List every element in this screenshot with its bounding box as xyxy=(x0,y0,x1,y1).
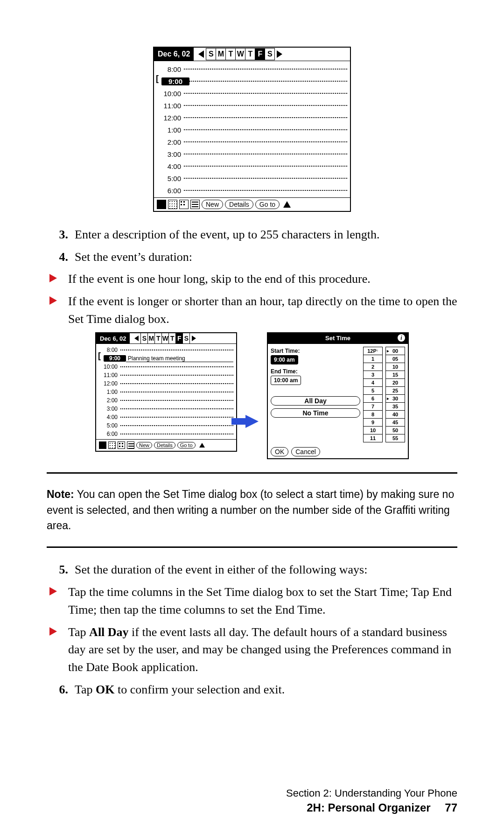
hour-10[interactable]: 10:00 xyxy=(99,364,120,370)
minute-option[interactable]: 55 xyxy=(386,434,405,442)
view-day-icon[interactable] xyxy=(157,200,166,209)
hour-slot[interactable] xyxy=(120,375,233,376)
view-month-icon[interactable] xyxy=(118,441,125,449)
hour-8[interactable]: 8:00 xyxy=(157,65,184,73)
new-button[interactable]: New xyxy=(202,200,223,209)
hours-column[interactable]: 12P↑ 1 2 3 4 5 6 7 8 9 10 11 xyxy=(363,347,383,442)
day-mon[interactable]: M xyxy=(148,333,155,343)
view-agenda-icon[interactable] xyxy=(127,441,134,449)
goto-button[interactable]: Go to xyxy=(177,442,196,448)
minute-option[interactable]: 30 xyxy=(386,395,405,403)
prev-week-icon[interactable] xyxy=(134,336,139,341)
cancel-button[interactable]: Cancel xyxy=(291,447,320,456)
minute-option[interactable]: 40 xyxy=(386,411,405,419)
hour-3[interactable]: 3:00 xyxy=(157,150,184,158)
hour-slot[interactable] xyxy=(120,350,233,350)
hour-option[interactable]: 5 xyxy=(364,387,382,395)
prev-week-icon[interactable] xyxy=(198,50,204,58)
hour-option[interactable]: 8 xyxy=(364,411,382,419)
view-week-icon[interactable] xyxy=(108,441,116,449)
hour-option[interactable]: 9 xyxy=(364,419,382,427)
minute-option[interactable]: 35 xyxy=(386,403,405,411)
scroll-up-icon[interactable] xyxy=(283,201,291,208)
hour-8[interactable]: 8:00 xyxy=(99,347,120,353)
event-description[interactable]: Planning team meeting xyxy=(126,355,233,362)
day-sun[interactable]: S xyxy=(141,333,148,343)
day-mon[interactable]: M xyxy=(216,49,226,60)
hour-6[interactable]: 6:00 xyxy=(157,187,184,195)
view-day-icon[interactable] xyxy=(99,441,106,449)
day-wed[interactable]: W xyxy=(162,333,169,343)
hour-slot[interactable] xyxy=(120,417,233,418)
minute-option[interactable]: 15 xyxy=(386,371,405,379)
hour-slot[interactable] xyxy=(184,190,347,191)
next-week-icon[interactable] xyxy=(277,50,282,58)
view-agenda-icon[interactable] xyxy=(190,200,200,209)
hour-slot[interactable] xyxy=(184,154,347,154)
day-sat[interactable]: S xyxy=(265,49,274,60)
hour-option[interactable]: 12P↑ xyxy=(364,347,382,355)
hour-5[interactable]: 5:00 xyxy=(99,422,120,429)
hour-option[interactable]: 11 xyxy=(364,434,382,442)
hour-slot[interactable] xyxy=(184,117,347,118)
hour-option[interactable]: 7 xyxy=(364,403,382,411)
hour-slot[interactable] xyxy=(184,178,347,179)
hour-slot[interactable] xyxy=(120,366,233,367)
no-time-button[interactable]: No Time xyxy=(271,408,360,418)
view-week-icon[interactable] xyxy=(168,200,177,209)
details-button[interactable]: Details xyxy=(225,200,253,209)
goto-button[interactable]: Go to xyxy=(255,200,280,209)
minute-option[interactable]: 25 xyxy=(386,387,405,395)
new-button[interactable]: New xyxy=(136,442,152,448)
hour-option[interactable]: 4 xyxy=(364,379,382,387)
day-sat[interactable]: S xyxy=(183,333,189,343)
minute-option[interactable]: 50 xyxy=(386,427,405,434)
hour-slot[interactable] xyxy=(120,434,233,434)
hour-option[interactable]: 3 xyxy=(364,371,382,379)
ok-button[interactable]: OK xyxy=(271,447,288,456)
hour-slot[interactable] xyxy=(184,141,347,142)
hour-2[interactable]: 2:00 xyxy=(99,397,120,404)
end-time-value[interactable]: 10:00 am xyxy=(271,376,301,385)
hour-slot[interactable] xyxy=(120,425,233,426)
hour-1[interactable]: 1:00 xyxy=(157,126,184,134)
minute-option[interactable]: 20 xyxy=(386,379,405,387)
hour-slot[interactable] xyxy=(120,408,233,409)
minute-option[interactable]: 45 xyxy=(386,419,405,427)
hour-6[interactable]: 6:00 xyxy=(99,431,120,437)
hour-12[interactable]: 12:00 xyxy=(99,380,120,387)
hour-slot[interactable] xyxy=(120,400,233,401)
day-sun[interactable]: S xyxy=(206,49,216,60)
day-wed[interactable]: W xyxy=(236,49,245,60)
hour-slot[interactable] xyxy=(184,166,347,167)
hour-option[interactable]: 2 xyxy=(364,363,382,371)
hour-11[interactable]: 11:00 xyxy=(157,102,184,110)
hour-10[interactable]: 10:00 xyxy=(157,90,184,98)
details-button[interactable]: Details xyxy=(154,442,175,448)
hour-5[interactable]: 5:00 xyxy=(157,175,184,182)
hour-1[interactable]: 1:00 xyxy=(99,389,120,395)
view-month-icon[interactable] xyxy=(179,200,189,209)
minute-option[interactable]: 00 xyxy=(386,347,405,355)
hour-slot[interactable] xyxy=(189,81,347,82)
day-thu[interactable]: T xyxy=(245,49,255,60)
hour-11[interactable]: 11:00 xyxy=(99,372,120,378)
all-day-button[interactable]: All Day xyxy=(271,396,360,406)
hour-slot[interactable] xyxy=(184,129,347,130)
hour-slot[interactable] xyxy=(184,93,347,94)
minute-option[interactable]: 10 xyxy=(386,363,405,371)
hour-2[interactable]: 2:00 xyxy=(157,138,184,146)
hour-option[interactable]: 6 xyxy=(364,395,382,403)
day-thu[interactable]: T xyxy=(169,333,176,343)
hour-9-selected[interactable]: 9:00 xyxy=(104,355,126,362)
hour-4[interactable]: 4:00 xyxy=(157,162,184,170)
hour-slot[interactable] xyxy=(120,392,233,392)
minute-option[interactable]: 05 xyxy=(386,355,405,363)
next-week-icon[interactable] xyxy=(192,336,196,341)
hour-slot[interactable] xyxy=(184,105,347,106)
minutes-column[interactable]: 00 05 10 15 20 25 30 35 40 45 50 55 xyxy=(385,347,405,442)
info-icon[interactable]: i xyxy=(398,334,405,342)
hour-option[interactable]: 10 xyxy=(364,427,382,434)
hour-4[interactable]: 4:00 xyxy=(99,414,120,420)
hour-slot[interactable] xyxy=(120,383,233,384)
